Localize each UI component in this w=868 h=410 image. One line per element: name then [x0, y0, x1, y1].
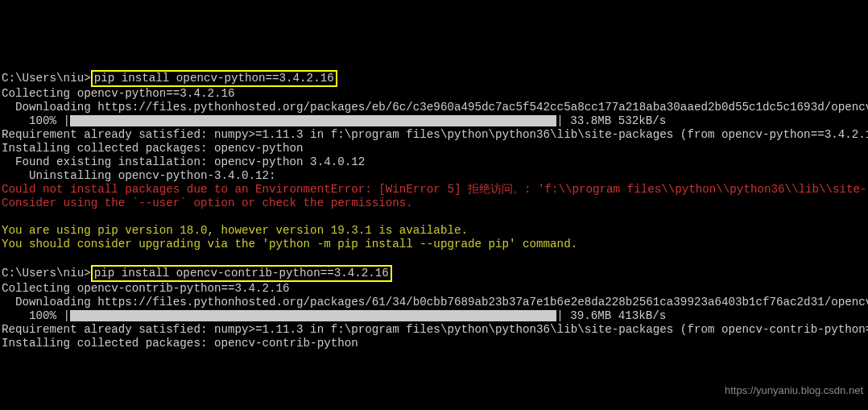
prompt-path-2: C:\Users\niu>	[2, 267, 91, 280]
progress-line-2: 100% || 39.6MB 413kB/s	[2, 309, 666, 322]
output-line: Installing collected packages: opencv-py…	[2, 142, 304, 155]
prompt-path-1: C:\Users\niu>	[2, 72, 91, 85]
watermark: https://yunyaniu.blog.csdn.net	[725, 383, 863, 397]
warning-line: You should consider upgrading via the 'p…	[2, 238, 577, 251]
terminal[interactable]: C:\Users\niu>pip install opencv-python==…	[2, 56, 866, 350]
warning-line: You are using pip version 18.0, however …	[2, 224, 468, 237]
blank-line	[2, 210, 9, 223]
output-line: Requirement already satisfied: numpy>=1.…	[2, 323, 868, 336]
blank-line	[2, 251, 9, 264]
output-line: Collecting opencv-contrib-python==3.4.2.…	[2, 282, 290, 295]
progress-bar-fill	[70, 310, 556, 321]
output-line: Downloading https://files.pythonhosted.o…	[2, 101, 868, 114]
progress-line-1: 100% || 33.8MB 532kB/s	[2, 114, 666, 127]
progress-bar-fill	[70, 115, 556, 126]
output-line: Installing collected packages: opencv-co…	[2, 337, 358, 350]
output-line: Uninstalling opencv-python-3.4.0.12:	[2, 169, 276, 182]
output-line: Requirement already satisfied: numpy>=1.…	[2, 128, 868, 141]
output-line: Downloading https://files.pythonhosted.o…	[2, 296, 868, 309]
error-line: Could not install packages due to an Env…	[2, 183, 868, 196]
error-line: Consider using the `--user` option or ch…	[2, 197, 413, 209]
output-line: Collecting opencv-python==3.4.2.16	[2, 87, 234, 100]
command-highlight-2: pip install opencv-contrib-python==3.4.2…	[91, 265, 392, 282]
output-line: Found existing installation: opencv-pyth…	[2, 155, 365, 168]
command-highlight-1: pip install opencv-python==3.4.2.16	[91, 70, 337, 87]
